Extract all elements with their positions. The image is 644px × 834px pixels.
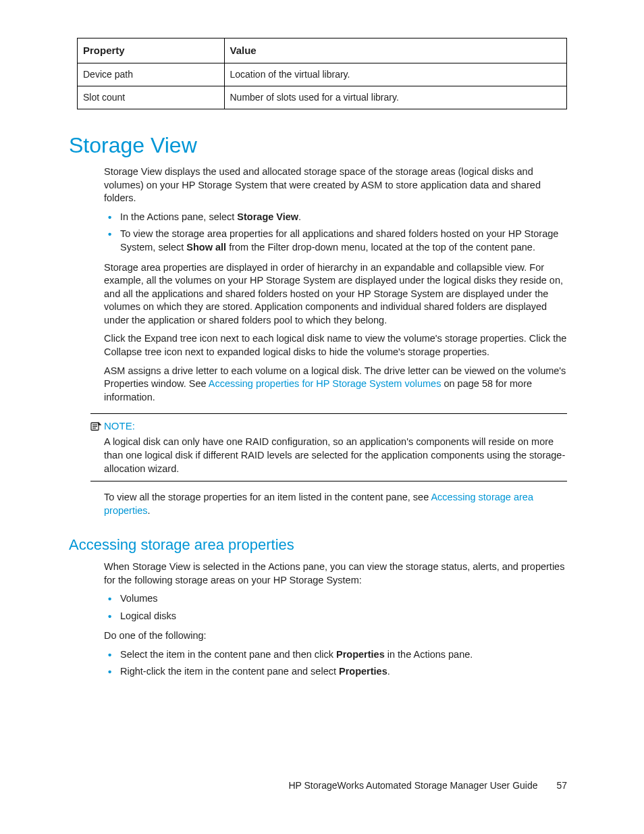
footer-page-number: 57 [556,780,567,791]
table-cell: Location of the virtual library. [224,63,567,86]
list-item: Right-click the item in the content pane… [104,665,567,679]
table-cell: Device path [78,63,225,86]
list-item: To view the storage area properties for … [104,228,567,254]
text: . [298,211,301,222]
bullet-list: In the Actions pane, select Storage View… [104,211,567,255]
bullet-list: Volumes Logical disks [104,592,567,623]
heading-accessing-storage-area-properties: Accessing storage area properties [69,535,567,555]
link-accessing-properties-volumes[interactable]: Accessing properties for HP Storage Syst… [209,378,441,389]
text: . [147,505,150,516]
note-icon [90,421,101,431]
table-cell: Slot count [78,86,225,109]
paragraph: ASM assigns a drive letter to each volum… [104,365,567,405]
horizontal-rule [90,413,567,414]
table-row: Slot count Number of slots used for a vi… [78,86,567,109]
bullet-list: Select the item in the content pane and … [104,648,567,679]
note-block: NOTE: A logical disk can only have one R… [104,413,567,481]
list-item: Logical disks [104,610,567,623]
text-bold: Storage View [237,211,298,222]
table-row: Device path Location of the virtual libr… [78,63,567,86]
paragraph: Storage View displays the used and alloc… [104,165,567,205]
text: Right-click the item in the content pane… [120,666,339,677]
footer-doc-title: HP StorageWorks Automated Storage Manage… [288,780,537,791]
paragraph: Do one of the following: [104,629,567,643]
text: Select the item in the content pane and … [120,649,336,660]
heading-storage-view: Storage View [69,131,567,160]
text: in the Actions pane. [385,649,473,660]
table-header-property: Property [78,38,225,63]
table-header-value: Value [224,38,567,63]
note-label: NOTE: [104,419,135,433]
text: To view all the storage properties for a… [104,492,431,502]
text-bold: Properties [336,649,385,660]
text: . [387,666,390,677]
list-item: Select the item in the content pane and … [104,648,567,662]
text-bold: Show all [186,242,226,253]
table-cell: Number of slots used for a virtual libra… [224,86,567,109]
page-footer: HP StorageWorks Automated Storage Manage… [0,779,644,792]
paragraph: Storage area properties are displayed in… [104,261,567,328]
horizontal-rule [90,481,567,481]
paragraph: Click the Expand tree icon next to each … [104,332,567,359]
text: from the Filter drop-down menu, located … [226,242,535,253]
list-item: Volumes [104,592,567,606]
list-item: In the Actions pane, select Storage View… [104,211,567,224]
note-text: A logical disk can only have one RAID co… [104,436,567,475]
text-bold: Properties [339,666,387,677]
property-table: Property Value Device path Location of t… [77,38,567,109]
paragraph: When Storage View is selected in the Act… [104,561,567,587]
text: In the Actions pane, select [120,211,237,222]
paragraph: To view all the storage properties for a… [104,491,567,517]
